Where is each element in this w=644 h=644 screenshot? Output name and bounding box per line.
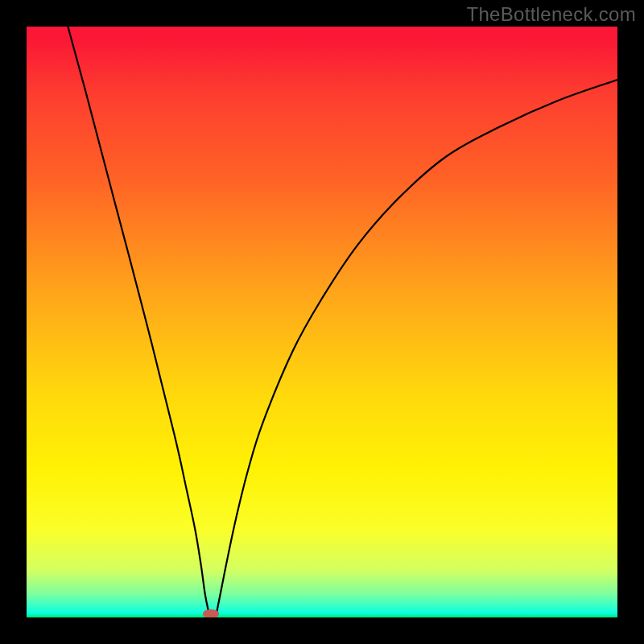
watermark-text: TheBottleneck.com <box>466 3 636 26</box>
curve-right-branch <box>217 80 617 612</box>
minimum-marker <box>203 609 218 617</box>
plot-area <box>27 27 617 617</box>
curve-left-branch <box>68 27 208 612</box>
curve-svg <box>27 27 617 617</box>
chart-frame: TheBottleneck.com <box>0 0 644 644</box>
